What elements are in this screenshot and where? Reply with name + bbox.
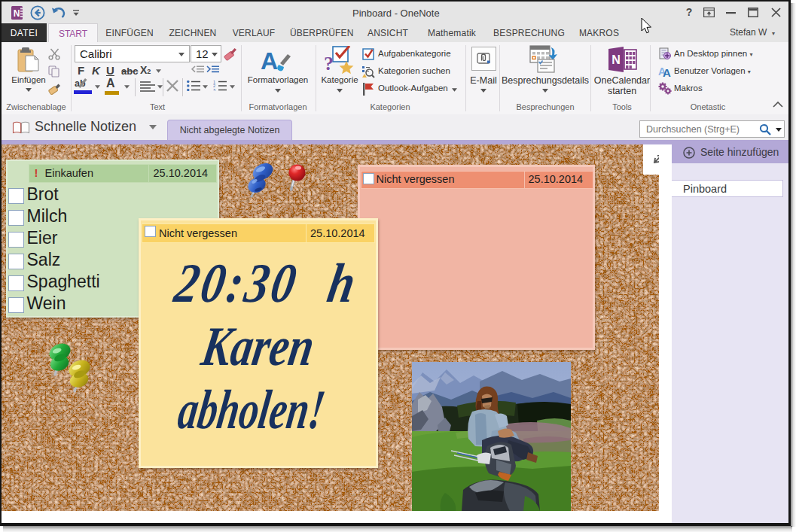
svg-text:?: ? bbox=[324, 53, 334, 74]
svg-text:A: A bbox=[261, 47, 278, 74]
svg-text:A: A bbox=[663, 66, 671, 78]
svg-text:3: 3 bbox=[213, 88, 215, 92]
svg-text:N: N bbox=[611, 53, 621, 66]
svg-text:N: N bbox=[14, 8, 20, 19]
